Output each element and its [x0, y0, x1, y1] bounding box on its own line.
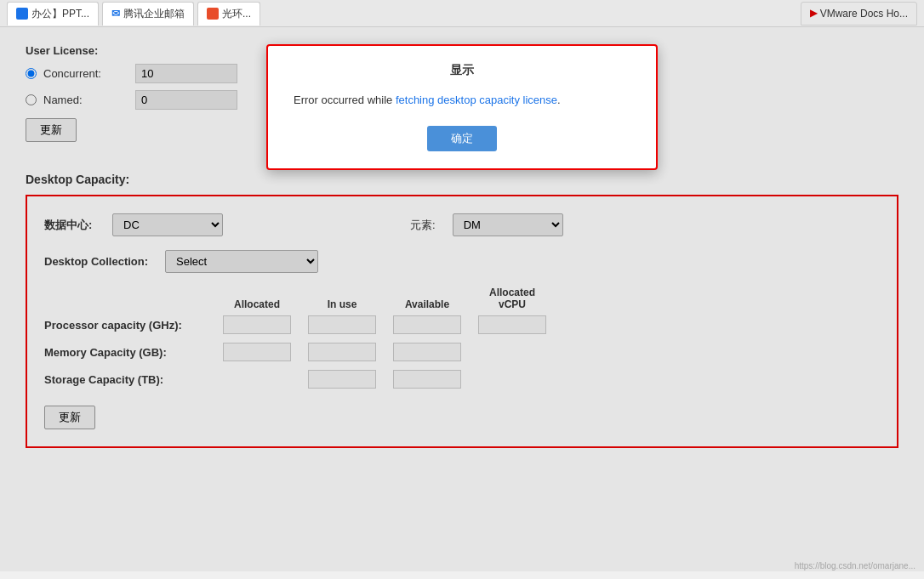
main-content: 显示 Error occurred while fetching desktop…	[0, 27, 924, 571]
dialog-message-highlight: fetching desktop capacity license	[396, 94, 557, 106]
vmware-icon: ▶	[810, 8, 817, 19]
dialog-box: 显示 Error occurred while fetching desktop…	[266, 44, 658, 170]
tab-guanghuan-label: 光环...	[222, 7, 251, 21]
dialog-message-part2: .	[557, 94, 561, 106]
tab-ppt-label: 办公】PPT...	[31, 7, 89, 21]
dialog-footer: 确定	[294, 126, 630, 151]
dialog-message: Error occurred while fetching desktop ca…	[294, 92, 630, 109]
email-icon: ✉	[111, 8, 120, 20]
dialog-overlay: 显示 Error occurred while fetching desktop…	[0, 27, 924, 571]
dialog-confirm-button[interactable]: 确定	[427, 126, 497, 151]
tab-vmware-label: VMware Docs Ho...	[820, 8, 908, 20]
ppt-icon	[16, 8, 28, 20]
dialog-title: 显示	[294, 63, 630, 78]
tab-email[interactable]: ✉ 腾讯企业邮箱	[102, 2, 194, 26]
dialog-message-part1: Error occurred while	[294, 94, 396, 106]
tab-guanghuan[interactable]: 光环...	[197, 2, 260, 26]
tab-email-label: 腾讯企业邮箱	[123, 7, 185, 21]
tab-bar: 办公】PPT... ✉ 腾讯企业邮箱 光环... ▶ VMware Docs H…	[0, 0, 924, 27]
tab-ppt[interactable]: 办公】PPT...	[7, 2, 99, 26]
tab-vmware[interactable]: ▶ VMware Docs Ho...	[801, 2, 917, 26]
guanghuan-icon	[207, 8, 219, 20]
